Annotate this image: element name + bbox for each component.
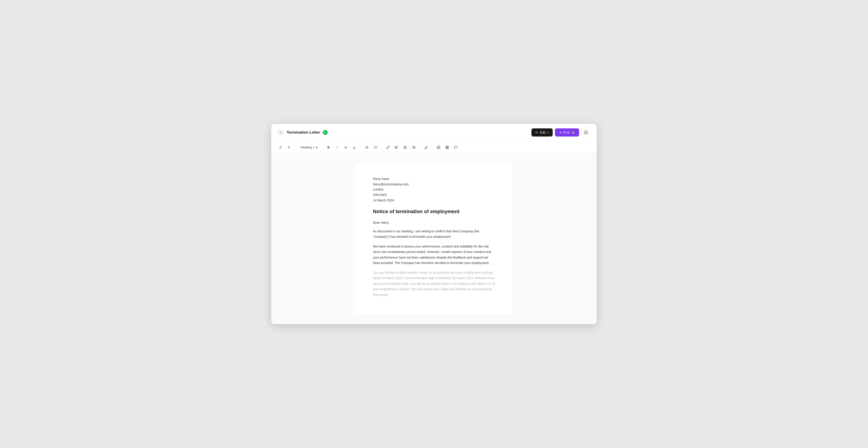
paragraph-3: You are entitled to three months' notice… bbox=[373, 270, 495, 298]
menu-bar-1 bbox=[584, 131, 588, 131]
image-icon bbox=[437, 146, 440, 149]
underline-button[interactable]: U bbox=[350, 143, 358, 151]
paragraph-1: As discussed in our meeting, I am writin… bbox=[373, 228, 495, 239]
bullet-list-icon bbox=[365, 146, 369, 149]
menu-bar-3 bbox=[584, 134, 588, 134]
comment-button[interactable] bbox=[452, 143, 460, 151]
recipient-postcode: HA9 0WS bbox=[373, 192, 495, 198]
image-button[interactable] bbox=[435, 143, 442, 151]
italic-button[interactable]: I bbox=[333, 143, 341, 151]
align-right-icon bbox=[412, 146, 415, 149]
saved-status-icon: ✓ bbox=[323, 130, 328, 135]
svg-point-25 bbox=[438, 147, 438, 147]
plai-bolt-icon: ⚡ bbox=[571, 131, 575, 134]
align-center-icon bbox=[403, 146, 407, 149]
svg-rect-26 bbox=[446, 146, 448, 149]
paragraph-2: We have continued to assess your perform… bbox=[373, 244, 495, 266]
close-button[interactable]: × bbox=[278, 129, 284, 136]
document-heading: Notice of termination of employment bbox=[373, 209, 495, 215]
redo-button[interactable]: ↻ bbox=[285, 143, 293, 151]
svg-point-4 bbox=[365, 148, 366, 149]
heading-style-label: Heading 1 bbox=[301, 146, 314, 149]
numbered-list-button[interactable]: 1. 2. 3. bbox=[372, 143, 379, 151]
svg-point-2 bbox=[365, 147, 366, 148]
menu-button[interactable] bbox=[581, 128, 590, 137]
letter-date: 14 March 2024 bbox=[373, 198, 495, 203]
document-area[interactable]: Harry Kane harry@nicecompany.com London … bbox=[271, 154, 597, 324]
edit-label: Edit bbox=[540, 131, 546, 134]
editor-window: × Termination Letter ✓ ✏ Edit ▾ ✦ PLAI ⚡ bbox=[271, 124, 597, 324]
edit-chevron-icon: ▾ bbox=[547, 131, 549, 134]
plai-button[interactable]: ✦ PLAI ⚡ bbox=[555, 128, 579, 136]
bold-button[interactable]: B bbox=[325, 143, 333, 151]
close-icon: × bbox=[280, 131, 282, 134]
document-content: Harry Kane harry@nicecompany.com London … bbox=[355, 163, 513, 315]
title-bar: × Termination Letter ✓ ✏ Edit ▾ ✦ PLAI ⚡ bbox=[271, 124, 597, 141]
undo-icon: ↺ bbox=[279, 146, 282, 149]
redo-icon: ↻ bbox=[288, 146, 290, 149]
address-block: Harry Kane harry@nicecompany.com London … bbox=[373, 176, 495, 203]
toolbar-divider-1 bbox=[295, 145, 296, 150]
bullet-list-button[interactable] bbox=[363, 143, 371, 151]
undo-button[interactable]: ↺ bbox=[277, 143, 284, 151]
formatting-toolbar: ↺ ↻ Heading 1 ▾ B I S U bbox=[271, 141, 597, 154]
align-right-button[interactable] bbox=[410, 143, 417, 151]
svg-point-0 bbox=[365, 146, 366, 147]
highlight-button[interactable] bbox=[422, 143, 430, 151]
align-center-button[interactable] bbox=[401, 143, 409, 151]
align-left-button[interactable] bbox=[393, 143, 400, 151]
highlight-icon bbox=[424, 146, 428, 149]
edit-icon: ✏ bbox=[535, 131, 538, 134]
table-icon bbox=[445, 146, 449, 149]
align-left-icon bbox=[395, 146, 398, 149]
plai-label: PLAI bbox=[563, 131, 570, 134]
salutation: Dear Harry, bbox=[373, 221, 495, 224]
recipient-email: harry@nicecompany.com bbox=[373, 182, 495, 187]
italic-icon: I bbox=[337, 146, 338, 149]
title-bar-right: ✏ Edit ▾ ✦ PLAI ⚡ bbox=[531, 128, 590, 137]
edit-button[interactable]: ✏ Edit ▾ bbox=[531, 128, 553, 136]
heading-chevron-icon: ▾ bbox=[316, 146, 317, 149]
table-button[interactable] bbox=[443, 143, 451, 151]
document-title: Termination Letter bbox=[287, 130, 320, 135]
link-button[interactable] bbox=[384, 143, 392, 151]
menu-bar-2 bbox=[584, 132, 588, 133]
heading-style-selector[interactable]: Heading 1 ▾ bbox=[298, 144, 320, 151]
recipient-name: Harry Kane bbox=[373, 176, 495, 182]
strikethrough-icon: S bbox=[345, 146, 347, 149]
recipient-city: London bbox=[373, 187, 495, 192]
strikethrough-button[interactable]: S bbox=[342, 143, 350, 151]
svg-text:3.: 3. bbox=[374, 148, 375, 149]
numbered-list-icon: 1. 2. 3. bbox=[374, 146, 377, 149]
bold-icon: B bbox=[328, 146, 330, 149]
comment-icon bbox=[454, 146, 458, 149]
title-bar-left: × Termination Letter ✓ bbox=[278, 129, 328, 136]
link-icon bbox=[386, 146, 390, 149]
toolbar-divider-4 bbox=[381, 145, 382, 150]
toolbar-divider-3 bbox=[361, 145, 361, 150]
underline-icon: U bbox=[353, 146, 355, 149]
plai-star-icon: ✦ bbox=[559, 131, 562, 134]
